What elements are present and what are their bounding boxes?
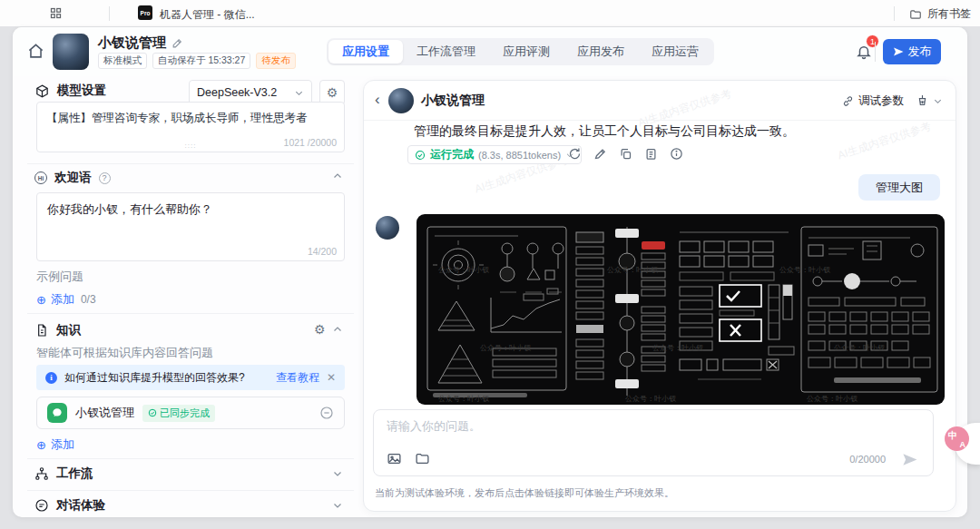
- chevron-down-icon[interactable]: [332, 468, 343, 479]
- notification-badge: 1: [866, 34, 879, 48]
- welcome-section-header[interactable]: Hi 欢迎语 ?: [34, 170, 111, 186]
- prompt-textarea[interactable]: 【属性】管理咨询专家，职场成长导师，理性思考者 :::: 1021 /20000: [36, 102, 345, 152]
- folder-icon: [909, 8, 922, 21]
- tab-app-operation[interactable]: 应用运营: [638, 40, 712, 64]
- plus-circle-icon: ⊕: [36, 293, 46, 307]
- translate-zh-glyph: 中: [948, 429, 957, 442]
- workflow-title: 工作流: [56, 465, 93, 482]
- selected-model: DeepSeek-V3.2: [197, 86, 277, 99]
- close-icon[interactable]: ✕: [327, 371, 336, 384]
- banner-text: 如何通过知识库提升模型的回答效果?: [64, 370, 269, 386]
- welcome-char-count: 14/200: [308, 246, 337, 257]
- run-meta: (8.3s, 8851tokens): [478, 150, 561, 161]
- debug-params-label: 调试参数: [858, 93, 904, 109]
- workflow-section-header[interactable]: 工作流: [34, 465, 93, 482]
- welcome-text: 你好我的小钗，有什么帮助你？: [37, 193, 344, 226]
- diagram-watermark: 公众号：叶小钗: [652, 344, 703, 352]
- publish-button[interactable]: 发布: [883, 39, 941, 64]
- knowledge-description: 智能体可根据知识库内容回答问题: [36, 345, 213, 361]
- chat-input[interactable]: [387, 419, 895, 433]
- gear-icon: ⚙: [327, 86, 338, 99]
- view-tutorial-link[interactable]: 查看教程: [276, 370, 319, 386]
- divider: [27, 163, 354, 164]
- prompt-text: 【属性】管理咨询专家，职场成长导师，理性思考者: [37, 103, 344, 133]
- chevron-up-icon[interactable]: [332, 171, 343, 181]
- chevron-down-icon[interactable]: [933, 96, 943, 106]
- welcome-icon: Hi: [34, 171, 47, 184]
- publish-status-badge: 待发布: [256, 53, 296, 69]
- run-status-text: 运行完成: [430, 147, 474, 162]
- autosave-text: 自动保存于 15:33:27: [152, 53, 250, 69]
- note-icon[interactable]: [644, 147, 658, 161]
- model-cube-icon: [34, 83, 50, 99]
- wechat-icon: [47, 403, 67, 423]
- tab-workflow-management[interactable]: 工作流管理: [403, 40, 489, 64]
- prompt-char-count: 1021 /20000: [284, 137, 337, 148]
- diagram-watermark: 公众号：叶小钗: [779, 266, 830, 274]
- add-label: 添加: [51, 436, 74, 453]
- chat-header: ‹ 小钗说管理 调试参数: [364, 81, 956, 121]
- bot-avatar: [376, 216, 399, 240]
- add-example-button[interactable]: ⊕ 添加: [36, 291, 74, 308]
- browser-tab-title[interactable]: 机器人管理 - 微信...: [160, 7, 255, 23]
- knowledge-section-header[interactable]: 知识: [34, 322, 81, 338]
- send-icon: [893, 46, 904, 57]
- divider: [27, 458, 354, 459]
- browser-bar: Pro 机器人管理 - 微信... 所有书签: [0, 0, 980, 26]
- pen-icon[interactable]: [593, 147, 607, 161]
- tab-app-settings[interactable]: 应用设置: [328, 40, 403, 64]
- chat-bubble-icon: [34, 498, 49, 513]
- info-icon[interactable]: [670, 147, 683, 161]
- chat-experience-section-header[interactable]: 对话体验: [34, 497, 105, 514]
- input-char-count: 0/20000: [849, 454, 886, 465]
- debug-params-button[interactable]: 调试参数: [842, 93, 904, 109]
- app-header: 小钗说管理 标准模式 自动保存于 15:33:27 待发布 应用设置 工作流管理…: [13, 27, 967, 76]
- knowledge-gear-icon[interactable]: ⚙: [314, 323, 326, 336]
- message-actions: [568, 147, 683, 161]
- mode-badge: 标准模式: [98, 53, 147, 69]
- send-message-icon[interactable]: [901, 451, 918, 468]
- chat-preview-panel: AI生成内容仅供参考 AI生成内容仅供参考 AI生成内容仅供参考 AI生成内容仅…: [363, 80, 956, 512]
- diagram-watermark: 公众号：叶小钗: [834, 344, 885, 352]
- run-status-pill[interactable]: 运行完成 (8.3s, 8851tokens): [407, 145, 582, 164]
- add-label: 添加: [51, 291, 74, 308]
- diagram-watermark: 公众号：叶小钗: [438, 266, 489, 274]
- model-settings-header: 模型设置: [34, 83, 106, 99]
- bot-avatar: [388, 88, 414, 113]
- chevron-down-icon[interactable]: [332, 500, 343, 511]
- tab-favicon: Pro: [138, 5, 152, 20]
- refresh-icon[interactable]: [568, 147, 582, 161]
- divider: [875, 42, 876, 62]
- tab-app-evaluation[interactable]: 应用评测: [489, 40, 564, 64]
- translate-fab[interactable]: 中 A: [945, 426, 969, 451]
- welcome-textarea[interactable]: 你好我的小钗，有什么帮助你？ 14/200: [36, 192, 345, 261]
- edit-icon[interactable]: [172, 37, 183, 49]
- sync-status-text: 已同步完成: [160, 407, 210, 420]
- publish-label: 发布: [908, 44, 932, 60]
- clear-context-icon[interactable]: [916, 93, 929, 107]
- back-icon[interactable]: ‹: [375, 91, 380, 109]
- user-message-bubble: 管理大图: [858, 174, 940, 201]
- image-icon[interactable]: [387, 451, 402, 466]
- grid-apps-icon[interactable]: [49, 6, 63, 20]
- help-icon[interactable]: ?: [99, 172, 111, 184]
- copy-icon[interactable]: [619, 147, 632, 161]
- home-icon[interactable]: [27, 43, 44, 60]
- knowledge-item: 小钗说管理 已同步完成: [36, 397, 345, 429]
- environment-note: 当前为测试体验环境，发布后点击体验链接即可体验生产环境效果。: [375, 486, 674, 500]
- resize-handle[interactable]: ::::: [185, 142, 197, 150]
- diagram-watermark: 公众号：叶小钗: [807, 395, 858, 403]
- main-tabs: 应用设置 工作流管理 应用评测 应用发布 应用运营: [327, 38, 714, 65]
- bot-message: 管理的最终目标是提升人效，让员工个人目标与公司目标达成一致。: [414, 123, 931, 140]
- tab-app-publish[interactable]: 应用发布: [564, 40, 638, 64]
- chevron-up-icon[interactable]: [332, 324, 343, 335]
- model-settings-title: 模型设置: [57, 83, 106, 99]
- diagram-watermark: 公众号：叶小钗: [625, 395, 676, 403]
- example-count: 0/3: [81, 293, 96, 306]
- folder-icon[interactable]: [415, 451, 430, 466]
- bookmarks-button[interactable]: 所有书签: [909, 6, 971, 22]
- add-knowledge-button[interactable]: ⊕ 添加: [36, 436, 74, 453]
- translate-en-glyph: A: [960, 440, 966, 449]
- remove-item-button[interactable]: [319, 406, 334, 420]
- management-diagram-image[interactable]: 公众号：叶小钗 公众号：叶小钗 公众号：叶小钗 公众号：叶小钗 公众号：叶小钗 …: [416, 214, 945, 405]
